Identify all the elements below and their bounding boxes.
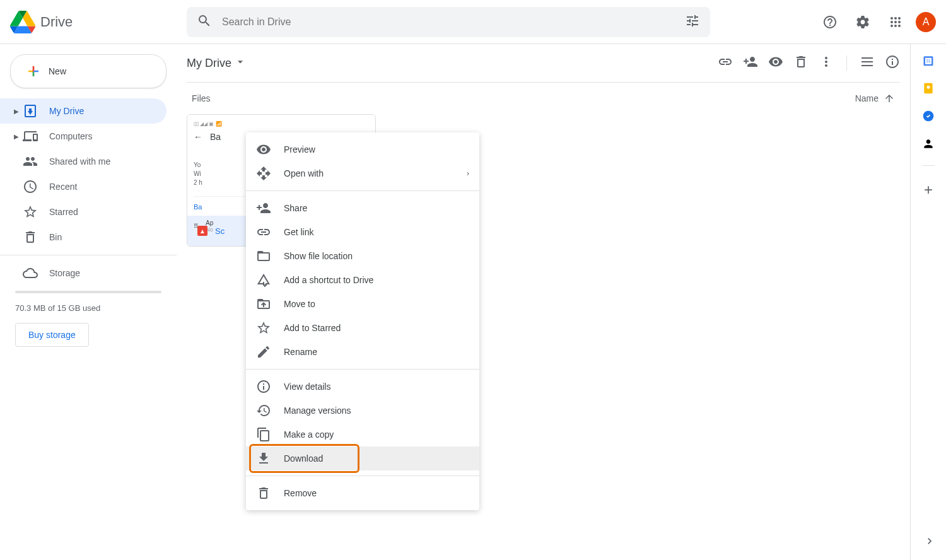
menu-manage-versions[interactable]: Manage versions [246, 399, 479, 423]
right-rail: 31 + [911, 44, 946, 560]
eye-icon [256, 142, 271, 157]
history-icon [256, 403, 271, 418]
menu-move-to[interactable]: Move to [246, 292, 479, 316]
divider [246, 190, 479, 191]
menu-show-location[interactable]: Show file location [246, 244, 479, 268]
tune-icon[interactable] [685, 13, 700, 31]
menu-download[interactable]: Download [246, 446, 479, 470]
menu-label: Move to [284, 299, 315, 309]
menu-rename[interactable]: Rename [246, 340, 479, 364]
menu-label: Download [284, 453, 323, 464]
avatar[interactable]: A [916, 12, 936, 32]
svg-point-4 [927, 86, 930, 89]
menu-label: View details [284, 382, 330, 392]
storage-bar [15, 291, 161, 293]
menu-view-details[interactable]: View details [246, 375, 479, 399]
storage-label: Storage [49, 268, 80, 278]
menu-label: Open with [284, 168, 324, 178]
expand-rail-icon[interactable] [923, 535, 936, 550]
star-icon [256, 320, 271, 335]
content-header: My Drive [187, 44, 900, 82]
chevron-right-icon: ▶ [14, 133, 21, 140]
star-icon [23, 204, 38, 219]
menu-label: Preview [284, 144, 315, 155]
sidebar-item-bin[interactable]: Bin [0, 225, 166, 250]
menu-label: Remove [284, 488, 317, 498]
menu-label: Get link [284, 227, 313, 237]
computer-icon [23, 129, 38, 144]
menu-label: Manage versions [284, 405, 351, 416]
sidebar-item-label: Starred [49, 207, 78, 217]
menu-label: Add a shortcut to Drive [284, 275, 373, 285]
menu-add-shortcut[interactable]: Add a shortcut to Drive [246, 268, 479, 292]
menu-get-link[interactable]: Get link [246, 220, 479, 244]
sidebar-item-label: Computers [49, 131, 92, 141]
sidebar-item-label: Recent [49, 182, 77, 192]
back-arrow-icon: ← [194, 132, 202, 142]
open-with-icon [256, 166, 271, 181]
divider [846, 55, 847, 71]
keep-icon[interactable] [922, 82, 935, 95]
sidebar-item-label: My Drive [49, 106, 84, 116]
clock-icon [23, 179, 38, 194]
logo-text: Drive [40, 14, 73, 30]
menu-preview[interactable]: Preview [246, 137, 479, 161]
file-name: Sc [215, 226, 225, 236]
context-menu: Preview Open with › Share Get link Show … [246, 132, 479, 510]
divider [246, 475, 479, 476]
info-icon [256, 379, 271, 394]
sidebar-item-storage[interactable]: Storage [0, 260, 166, 286]
arrow-up-icon [884, 93, 895, 104]
info-icon[interactable] [885, 54, 900, 72]
search-input[interactable] [222, 16, 685, 28]
add-icon[interactable]: + [924, 181, 933, 199]
divider [246, 369, 479, 370]
new-button[interactable]: New [10, 54, 166, 88]
menu-add-starred[interactable]: Add to Starred [246, 316, 479, 340]
buy-storage-button[interactable]: Buy storage [15, 323, 89, 347]
sidebar-item-starred[interactable]: Starred [0, 199, 166, 225]
cloud-icon [23, 265, 38, 281]
menu-label: Make a copy [284, 429, 334, 440]
search-bar[interactable] [187, 7, 710, 37]
menu-label: Rename [284, 347, 317, 357]
drive-icon [23, 103, 38, 119]
drive-logo-icon [10, 9, 35, 35]
download-icon [256, 451, 271, 466]
tasks-icon[interactable] [922, 110, 935, 122]
list-view-icon[interactable] [860, 54, 875, 72]
apps-grid-icon[interactable] [883, 9, 908, 35]
contacts-icon[interactable] [922, 137, 935, 150]
menu-share[interactable]: Share [246, 196, 479, 220]
menu-remove[interactable]: Remove [246, 481, 479, 505]
link-icon[interactable] [718, 54, 733, 72]
more-vert-icon[interactable] [819, 54, 834, 72]
person-add-icon[interactable] [743, 54, 758, 72]
sidebar-item-shared[interactable]: Shared with me [0, 149, 166, 174]
menu-make-copy[interactable]: Make a copy [246, 423, 479, 446]
storage-text: 70.3 MB of 15 GB used [15, 303, 161, 313]
breadcrumb-label: My Drive [187, 57, 231, 70]
breadcrumb[interactable]: My Drive [187, 55, 247, 71]
sidebar-item-my-drive[interactable]: ▶ My Drive [0, 98, 166, 124]
menu-open-with[interactable]: Open with › [246, 161, 479, 185]
logo-section[interactable]: Drive [10, 9, 187, 35]
header-actions: A [792, 9, 936, 35]
sidebar-item-computers[interactable]: ▶ Computers [0, 124, 166, 149]
trash-icon[interactable] [793, 54, 809, 72]
eye-icon[interactable] [768, 54, 783, 72]
menu-label: Share [284, 203, 307, 213]
help-icon[interactable] [817, 9, 843, 35]
sidebar-item-recent[interactable]: Recent [0, 174, 166, 199]
trash-icon [256, 486, 271, 501]
people-icon [23, 154, 38, 169]
files-label: Files [192, 93, 211, 103]
thumb-back-label: Ba [210, 132, 221, 142]
calendar-icon[interactable]: 31 [922, 54, 935, 67]
sort-control[interactable]: Name [855, 93, 895, 104]
app-header: Drive A [0, 0, 946, 44]
settings-icon[interactable] [850, 9, 875, 35]
chevron-right-icon: › [467, 169, 469, 178]
sidebar-item-label: Shared with me [49, 156, 110, 166]
image-file-icon: ▲ [197, 226, 207, 236]
